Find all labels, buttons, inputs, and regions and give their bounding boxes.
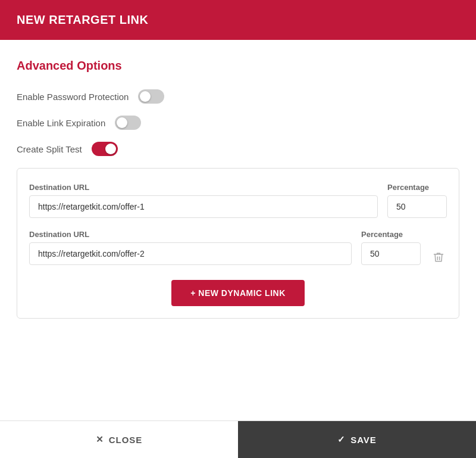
password-protection-thumb [140,91,151,102]
password-protection-track[interactable] [138,89,164,104]
dest-url-label-1: Destination URL [29,183,378,192]
delete-row-2-button[interactable] [430,247,447,268]
url-col-1-pct: Percentage [387,183,447,218]
split-test-thumb [105,144,116,154]
password-protection-label: Enable Password Protection [17,92,129,102]
url-col-2-main: Destination URL [29,230,352,265]
dest-url-input-1[interactable] [29,195,378,218]
split-test-row: Create Split Test [17,142,459,156]
save-button[interactable]: ✓ SAVE [238,421,476,458]
pct-input-2[interactable] [361,242,421,265]
section-title: Advanced Options [17,59,459,73]
split-test-box: Destination URL Percentage Destination U… [17,168,459,319]
modal-header: NEW RETARGET LINK [0,0,476,40]
link-expiration-label: Enable Link Expiration [17,118,105,128]
check-icon: ✓ [337,434,346,445]
close-label: CLOSE [109,435,143,445]
split-test-track[interactable] [92,142,118,156]
dest-url-input-2[interactable] [29,242,352,265]
link-expiration-track[interactable] [115,116,141,130]
url-col-1-main: Destination URL [29,183,378,218]
close-icon: ✕ [96,434,104,445]
pct-label-2: Percentage [361,230,421,239]
url-col-2-pct: Percentage [361,230,421,265]
save-label: SAVE [350,435,377,445]
close-button[interactable]: ✕ CLOSE [0,421,238,458]
modal-body: Advanced Options Enable Password Protect… [0,40,476,420]
link-expiration-toggle[interactable] [115,116,141,130]
password-protection-row: Enable Password Protection [17,89,459,104]
password-protection-toggle[interactable] [138,89,164,104]
dest-url-label-2: Destination URL [29,230,352,239]
link-expiration-row: Enable Link Expiration [17,116,459,130]
pct-input-1[interactable] [387,195,447,218]
new-dynamic-link-button[interactable]: + NEW DYNAMIC LINK [171,280,305,306]
url-row-1: Destination URL Percentage [29,183,447,218]
modal-title: NEW RETARGET LINK [17,13,459,27]
split-test-toggle[interactable] [92,142,118,156]
pct-label-1: Percentage [387,183,447,192]
link-expiration-thumb [117,117,127,128]
modal-footer: ✕ CLOSE ✓ SAVE [0,420,476,458]
modal: NEW RETARGET LINK Advanced Options Enabl… [0,0,476,458]
url-row-2: Destination URL Percentage [29,230,447,268]
split-test-label: Create Split Test [17,144,82,154]
